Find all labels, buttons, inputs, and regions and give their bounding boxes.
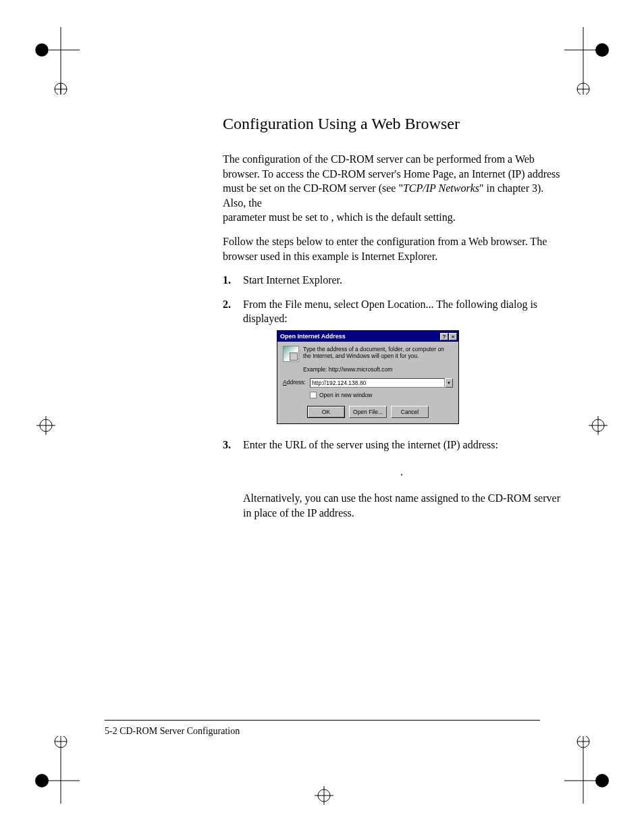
svg-point-22 (35, 774, 49, 787)
open-new-window-checkbox[interactable]: Open in new window (310, 392, 453, 399)
footer-rule (105, 720, 540, 721)
cancel-button[interactable]: Cancel (391, 406, 429, 418)
svg-point-27 (595, 774, 609, 787)
step-1: 1. Start Internet Explorer. (223, 273, 560, 288)
svg-point-2 (55, 83, 67, 95)
open-file-button[interactable]: Open File... (349, 406, 387, 418)
open-internet-address-dialog: Open Internet Address ? × Type the addre… (277, 330, 459, 424)
dialog-description: Type the address of a document, folder, … (303, 346, 453, 362)
svg-point-11 (595, 43, 609, 57)
svg-point-25 (577, 736, 589, 748)
address-label: Address: (283, 379, 310, 386)
crop-mark-icon (12, 27, 80, 95)
svg-point-20 (55, 736, 67, 748)
steps-list: 1. Start Internet Explorer. 2. From the … (223, 273, 560, 520)
page-heading: Configuration Using a Web Browser (223, 115, 560, 133)
help-button[interactable]: ? (440, 333, 448, 340)
crop-mark-icon (564, 392, 632, 459)
close-button[interactable]: × (449, 333, 457, 340)
crop-mark-icon (12, 736, 80, 804)
address-dropdown-button[interactable]: ▼ (445, 378, 453, 388)
crop-mark-icon (290, 762, 358, 829)
crop-mark-icon (564, 736, 632, 804)
crop-mark-icon (564, 27, 632, 95)
follow-paragraph: Follow the steps below to enter the conf… (223, 234, 560, 263)
internet-document-icon (283, 346, 299, 362)
dialog-titlebar: Open Internet Address ? × (277, 331, 458, 342)
dialog-example: Example: http://www.microsoft.com (303, 366, 453, 373)
footer-text: 5-2 CD-ROM Server Configuration (105, 726, 240, 737)
svg-point-9 (577, 83, 589, 95)
crop-mark-icon (12, 392, 80, 459)
svg-point-15 (592, 419, 604, 432)
svg-point-12 (40, 419, 52, 432)
checkbox-icon (310, 392, 317, 398)
svg-point-28 (318, 789, 330, 802)
dialog-title: Open Internet Address (280, 332, 439, 340)
ok-button[interactable]: OK (307, 406, 345, 418)
intro-paragraph: The configuration of the CD-ROM server c… (223, 152, 560, 225)
step-3: 3. Enter the URL of the server using the… (223, 438, 560, 520)
address-input[interactable] (310, 378, 445, 388)
step-2: 2. From the File menu, select Open Locat… (223, 297, 560, 424)
svg-point-5 (35, 43, 49, 57)
svg-point-6 (35, 43, 49, 57)
